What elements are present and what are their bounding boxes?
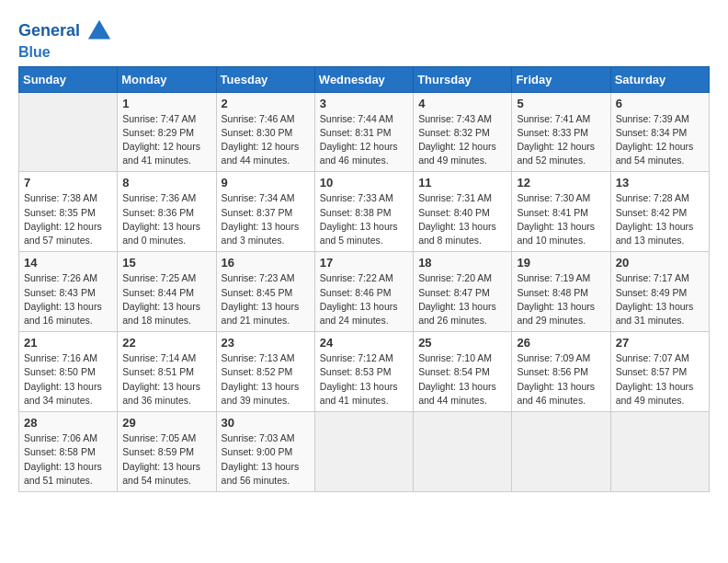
calendar-cell: 29Sunrise: 7:05 AMSunset: 8:59 PMDayligh… [118, 412, 216, 492]
day-info: Sunrise: 7:33 AMSunset: 8:38 PMDaylight:… [320, 191, 408, 247]
day-number: 10 [320, 176, 408, 190]
weekday-header-tuesday: Tuesday [216, 66, 314, 92]
calendar-cell: 14Sunrise: 7:26 AMSunset: 8:43 PMDayligh… [19, 252, 118, 332]
calendar-body: 1Sunrise: 7:47 AMSunset: 8:29 PMDaylight… [19, 92, 710, 491]
svg-marker-0 [88, 20, 110, 40]
calendar-cell: 7Sunrise: 7:38 AMSunset: 8:35 PMDaylight… [19, 172, 118, 252]
day-number: 28 [24, 416, 112, 430]
calendar-cell: 23Sunrise: 7:13 AMSunset: 8:52 PMDayligh… [216, 332, 314, 412]
weekday-header-saturday: Saturday [610, 66, 709, 92]
day-info: Sunrise: 7:36 AMSunset: 8:36 PMDaylight:… [122, 191, 210, 247]
day-number: 25 [418, 336, 506, 350]
day-number: 16 [222, 256, 310, 270]
day-info: Sunrise: 7:16 AMSunset: 8:50 PMDaylight:… [24, 351, 112, 408]
calendar-cell [19, 92, 118, 172]
weekday-header-monday: Monday [118, 66, 216, 92]
calendar-cell: 15Sunrise: 7:25 AMSunset: 8:44 PMDayligh… [118, 252, 216, 332]
day-info: Sunrise: 7:20 AMSunset: 8:47 PMDaylight:… [418, 271, 506, 327]
day-number: 3 [320, 97, 408, 110]
day-info: Sunrise: 7:13 AMSunset: 8:52 PMDaylight:… [222, 351, 310, 408]
day-info: Sunrise: 7:10 AMSunset: 8:54 PMDaylight:… [418, 351, 506, 408]
day-info: Sunrise: 7:07 AMSunset: 8:57 PMDaylight:… [616, 351, 704, 408]
day-info: Sunrise: 7:17 AMSunset: 8:49 PMDaylight:… [616, 271, 704, 327]
day-info: Sunrise: 7:47 AMSunset: 8:29 PMDaylight:… [122, 112, 210, 168]
page-header: General Blue [18, 18, 710, 61]
calendar-cell [610, 412, 709, 492]
day-info: Sunrise: 7:38 AMSunset: 8:35 PMDaylight:… [24, 191, 112, 247]
day-info: Sunrise: 7:43 AMSunset: 8:32 PMDaylight:… [418, 112, 506, 168]
day-number: 1 [122, 97, 210, 110]
calendar-cell: 1Sunrise: 7:47 AMSunset: 8:29 PMDaylight… [118, 92, 216, 172]
calendar-cell: 5Sunrise: 7:41 AMSunset: 8:33 PMDaylight… [512, 92, 610, 172]
day-info: Sunrise: 7:26 AMSunset: 8:43 PMDaylight:… [24, 271, 112, 327]
day-info: Sunrise: 7:28 AMSunset: 8:42 PMDaylight:… [616, 191, 704, 247]
calendar-cell: 18Sunrise: 7:20 AMSunset: 8:47 PMDayligh… [414, 252, 512, 332]
calendar-cell [414, 412, 512, 492]
day-info: Sunrise: 7:25 AMSunset: 8:44 PMDaylight:… [122, 271, 210, 327]
calendar-cell: 9Sunrise: 7:34 AMSunset: 8:37 PMDaylight… [216, 172, 314, 252]
calendar-cell: 13Sunrise: 7:28 AMSunset: 8:42 PMDayligh… [610, 172, 709, 252]
day-number: 22 [122, 336, 210, 350]
calendar-cell: 27Sunrise: 7:07 AMSunset: 8:57 PMDayligh… [610, 332, 709, 412]
day-info: Sunrise: 7:03 AMSunset: 9:00 PMDaylight:… [222, 431, 310, 488]
calendar-week-4: 28Sunrise: 7:06 AMSunset: 8:58 PMDayligh… [19, 412, 710, 492]
calendar-cell: 12Sunrise: 7:30 AMSunset: 8:41 PMDayligh… [512, 172, 610, 252]
calendar-table: SundayMondayTuesdayWednesdayThursdayFrid… [18, 66, 710, 492]
day-info: Sunrise: 7:34 AMSunset: 8:37 PMDaylight:… [222, 191, 310, 247]
day-info: Sunrise: 7:14 AMSunset: 8:51 PMDaylight:… [122, 351, 210, 408]
calendar-cell: 26Sunrise: 7:09 AMSunset: 8:56 PMDayligh… [512, 332, 610, 412]
day-info: Sunrise: 7:22 AMSunset: 8:46 PMDaylight:… [320, 271, 408, 327]
calendar-cell: 8Sunrise: 7:36 AMSunset: 8:36 PMDaylight… [118, 172, 216, 252]
day-info: Sunrise: 7:31 AMSunset: 8:40 PMDaylight:… [418, 191, 506, 247]
calendar-cell: 11Sunrise: 7:31 AMSunset: 8:40 PMDayligh… [414, 172, 512, 252]
calendar-cell: 10Sunrise: 7:33 AMSunset: 8:38 PMDayligh… [314, 172, 413, 252]
calendar-week-0: 1Sunrise: 7:47 AMSunset: 8:29 PMDaylight… [19, 92, 710, 172]
day-info: Sunrise: 7:46 AMSunset: 8:30 PMDaylight:… [222, 112, 310, 168]
day-number: 6 [616, 97, 704, 110]
day-info: Sunrise: 7:41 AMSunset: 8:33 PMDaylight:… [517, 112, 605, 168]
day-number: 7 [24, 176, 112, 190]
calendar-cell: 20Sunrise: 7:17 AMSunset: 8:49 PMDayligh… [610, 252, 709, 332]
calendar-header: SundayMondayTuesdayWednesdayThursdayFrid… [19, 66, 710, 92]
day-number: 5 [517, 97, 605, 110]
day-number: 15 [122, 256, 210, 270]
day-number: 21 [24, 336, 112, 350]
day-info: Sunrise: 7:09 AMSunset: 8:56 PMDaylight:… [517, 351, 605, 408]
logo-text: General [18, 18, 112, 44]
logo-subtext: Blue [18, 44, 112, 61]
calendar-cell: 2Sunrise: 7:46 AMSunset: 8:30 PMDaylight… [216, 92, 314, 172]
day-info: Sunrise: 7:23 AMSunset: 8:45 PMDaylight:… [222, 271, 310, 327]
day-number: 23 [222, 336, 310, 350]
logo: General Blue [18, 18, 112, 61]
day-number: 24 [320, 336, 408, 350]
day-number: 4 [418, 97, 506, 110]
day-number: 12 [517, 176, 605, 190]
day-info: Sunrise: 7:12 AMSunset: 8:53 PMDaylight:… [320, 351, 408, 408]
day-number: 2 [222, 97, 310, 110]
day-number: 27 [616, 336, 704, 350]
calendar-cell: 4Sunrise: 7:43 AMSunset: 8:32 PMDaylight… [414, 92, 512, 172]
calendar-cell: 17Sunrise: 7:22 AMSunset: 8:46 PMDayligh… [314, 252, 413, 332]
calendar-cell: 16Sunrise: 7:23 AMSunset: 8:45 PMDayligh… [216, 252, 314, 332]
day-number: 17 [320, 256, 408, 270]
day-info: Sunrise: 7:19 AMSunset: 8:48 PMDaylight:… [517, 271, 605, 327]
day-number: 14 [24, 256, 112, 270]
day-info: Sunrise: 7:44 AMSunset: 8:31 PMDaylight:… [320, 112, 408, 168]
calendar-cell: 25Sunrise: 7:10 AMSunset: 8:54 PMDayligh… [414, 332, 512, 412]
day-number: 8 [122, 176, 210, 190]
day-number: 30 [222, 416, 310, 430]
calendar-cell [512, 412, 610, 492]
day-number: 19 [517, 256, 605, 270]
day-info: Sunrise: 7:39 AMSunset: 8:34 PMDaylight:… [616, 112, 704, 168]
day-number: 29 [122, 416, 210, 430]
calendar-cell: 30Sunrise: 7:03 AMSunset: 9:00 PMDayligh… [216, 412, 314, 492]
day-number: 18 [418, 256, 506, 270]
day-number: 26 [517, 336, 605, 350]
calendar-cell: 6Sunrise: 7:39 AMSunset: 8:34 PMDaylight… [610, 92, 709, 172]
day-number: 11 [418, 176, 506, 190]
calendar-cell: 22Sunrise: 7:14 AMSunset: 8:51 PMDayligh… [118, 332, 216, 412]
day-number: 13 [616, 176, 704, 190]
weekday-header-thursday: Thursday [414, 66, 512, 92]
day-info: Sunrise: 7:06 AMSunset: 8:58 PMDaylight:… [24, 431, 112, 488]
calendar-week-1: 7Sunrise: 7:38 AMSunset: 8:35 PMDaylight… [19, 172, 710, 252]
